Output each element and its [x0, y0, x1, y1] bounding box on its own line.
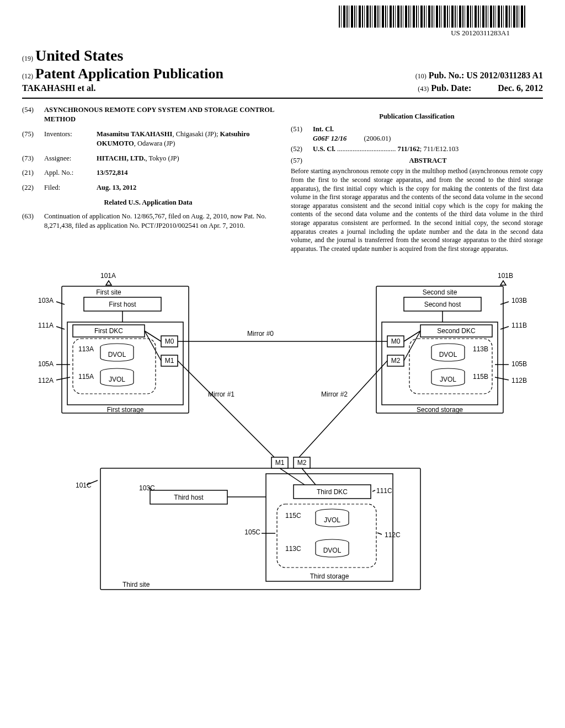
field-10: (10) — [415, 72, 427, 80]
inventor-2-loc: , Odawara (JP) — [134, 140, 175, 147]
svg-text:M1: M1 — [165, 357, 174, 365]
svg-text:112A: 112A — [38, 377, 54, 384]
left-column: (54) ASYNCHRONOUS REMOTE COPY SYSTEM AND… — [22, 105, 274, 253]
abstract-title-row: (57) ABSTRACT — [291, 156, 543, 165]
svg-text:101B: 101B — [498, 272, 513, 280]
invention-title: ASYNCHRONOUS REMOTE COPY SYSTEM AND STOR… — [44, 105, 274, 124]
invention-title-row: (54) ASYNCHRONOUS REMOTE COPY SYSTEM AND… — [22, 105, 274, 124]
svg-text:115C: 115C — [285, 512, 301, 520]
field-63: (63) — [22, 212, 44, 231]
svg-text:103B: 103B — [511, 297, 527, 304]
svg-text:111C: 111C — [376, 487, 392, 495]
svg-text:First host: First host — [109, 301, 136, 308]
second-site-group: 101B Second site 103B Second host 111B S… — [376, 272, 527, 414]
pub-date-value: Dec. 6, 2012 — [498, 83, 543, 93]
int-cl-row: (51) Int. Cl. G06F 12/16 (2006.01) — [291, 125, 543, 143]
pub-date-label: Pub. Date: — [431, 83, 471, 93]
assignee-label: Assignee: — [44, 154, 97, 163]
publication-type: Patent Application Publication — [35, 66, 223, 82]
field-21: (21) — [22, 168, 44, 178]
us-cl-main: 711/162 — [397, 145, 419, 153]
svg-text:Third site: Third site — [122, 581, 150, 588]
related-data-title: Related U.S. Application Data — [22, 198, 274, 207]
author-names: TAKAHASHI et al. — [22, 83, 95, 93]
int-cl-class: G06F 12/16 — [313, 135, 347, 142]
pub-date-block: (43) Pub. Date: Dec. 6, 2012 — [418, 83, 543, 93]
svg-text:Mirror #1: Mirror #1 — [208, 390, 234, 398]
svg-text:105C: 105C — [244, 528, 260, 536]
pub-no-value: US 2012/0311283 A1 — [466, 71, 543, 80]
inventor-1-loc: , Chigasaki (JP); — [172, 130, 220, 138]
related-data-row: (63) Continuation of application No. 12/… — [22, 212, 274, 231]
svg-text:101C: 101C — [76, 481, 92, 489]
appl-no-label: Appl. No.: — [44, 168, 97, 178]
svg-text:101A: 101A — [100, 272, 116, 280]
svg-text:105B: 105B — [511, 360, 527, 368]
inventors-label: Inventors: — [44, 130, 97, 148]
svg-text:First DKC: First DKC — [94, 327, 123, 335]
inventors-value: Masamitsu TAKAHASHI, Chigasaki (JP); Kat… — [97, 130, 274, 148]
appl-no-value: 13/572,814 — [97, 168, 274, 178]
svg-text:113B: 113B — [473, 345, 488, 353]
svg-text:JVOL: JVOL — [109, 376, 125, 383]
svg-text:Third DKC: Third DKC — [317, 488, 348, 496]
svg-text:111A: 111A — [38, 322, 54, 329]
country-name: United States — [35, 47, 123, 64]
us-cl-extra: ; 711/E12.103 — [420, 145, 459, 153]
svg-text:M1: M1 — [275, 459, 285, 467]
field-54: (54) — [22, 105, 44, 124]
us-cl-row: (52) U.S. Cl. ..........................… — [291, 144, 543, 154]
svg-text:DVOL: DVOL — [108, 351, 126, 358]
field-43: (43) — [418, 85, 429, 93]
related-data-text: Continuation of application No. 12/865,7… — [44, 212, 274, 231]
svg-text:Mirror #2: Mirror #2 — [321, 390, 348, 398]
appl-no-row: (21) Appl. No.: 13/572,814 — [22, 168, 274, 178]
assignee-loc: , Tokyo (JP) — [146, 154, 179, 162]
field-73: (73) — [22, 154, 44, 163]
first-site-group: 101A First site 103A First host 111A Fir… — [38, 272, 189, 414]
figure-diagram: 101A First site 103A First host 111A Fir… — [22, 270, 543, 601]
third-site-group: 101C Third site 103C Third host M1 M2 Th… — [76, 457, 420, 590]
filed-value: Aug. 13, 2012 — [97, 183, 274, 192]
barcode-label: US 20120311283A1 — [451, 29, 510, 38]
us-cl-label: U.S. Cl. — [313, 145, 335, 153]
field-51: (51) — [291, 125, 313, 143]
int-cl-value: Int. Cl. G06F 12/16 (2006.01) — [313, 125, 543, 143]
document-header: (19) United States (12) Patent Applicati… — [22, 47, 543, 93]
svg-text:DVOL: DVOL — [323, 547, 342, 554]
svg-text:113C: 113C — [285, 545, 301, 553]
svg-text:Second DKC: Second DKC — [437, 327, 476, 335]
svg-text:Third host: Third host — [174, 494, 204, 501]
header-divider — [22, 98, 543, 99]
svg-text:115B: 115B — [473, 373, 488, 381]
svg-text:Third storage: Third storage — [310, 572, 349, 580]
author-pubdate-line: TAKAHASHI et al. (43) Pub. Date: Dec. 6,… — [22, 83, 543, 93]
body-columns: (54) ASYNCHRONOUS REMOTE COPY SYSTEM AND… — [22, 105, 543, 253]
field-12: (12) — [22, 72, 33, 80]
svg-text:M2: M2 — [391, 357, 401, 365]
filed-label: Filed: — [44, 183, 97, 192]
field-57: (57) — [291, 156, 313, 165]
svg-text:115A: 115A — [78, 373, 94, 381]
int-cl-label: Int. Cl. — [313, 125, 334, 133]
pub-no-label: Pub. No.: — [429, 71, 464, 80]
filed-row: (22) Filed: Aug. 13, 2012 — [22, 183, 274, 192]
patent-barcode — [339, 6, 526, 28]
us-cl-dots: .................................. — [335, 145, 398, 153]
svg-text:M0: M0 — [391, 338, 401, 345]
abstract-title: ABSTRACT — [313, 156, 543, 165]
svg-text:JVOL: JVOL — [440, 376, 456, 383]
svg-text:JVOL: JVOL — [324, 516, 340, 524]
svg-text:Mirror #0: Mirror #0 — [247, 330, 274, 338]
assignee-row: (73) Assignee: HITACHI, LTD., Tokyo (JP) — [22, 154, 274, 163]
svg-text:111B: 111B — [511, 322, 527, 329]
publication-type-line: (12) Patent Application Publication (10)… — [22, 66, 543, 82]
field-52: (52) — [291, 144, 313, 154]
int-cl-date: (2006.01) — [364, 135, 391, 142]
field-75: (75) — [22, 130, 44, 148]
abstract-text: Before starting asynchronous remote copy… — [291, 167, 543, 253]
field-19: (19) — [22, 55, 33, 62]
svg-text:103A: 103A — [38, 297, 54, 304]
svg-text:Second site: Second site — [423, 288, 457, 296]
assignee-value: HITACHI, LTD., Tokyo (JP) — [97, 154, 274, 163]
